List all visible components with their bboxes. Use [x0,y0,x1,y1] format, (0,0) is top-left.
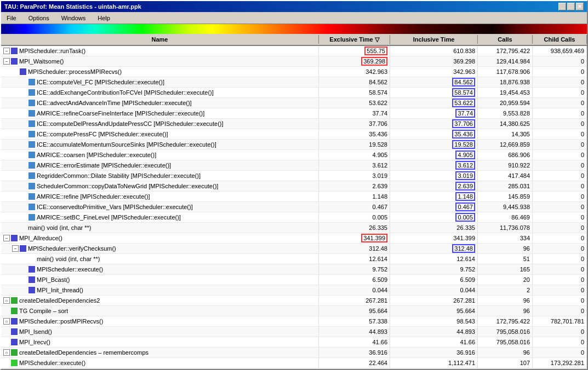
cell-incl-time: 4.905 [390,150,478,160]
function-name: SchedulerCommon::copyDataToNewGrid [MPIS… [37,183,218,189]
cell-child-calls: 0 [533,140,587,149]
cell-name: main() void (int, char **) [1,223,319,233]
cell-calls: 107 [478,358,533,368]
menu-options[interactable]: Options [25,14,53,22]
table-row[interactable]: SchedulerCommon::copyDataToNewGrid [MPIS… [1,181,587,192]
cell-excl-time: 555.75 [319,46,390,56]
table-row[interactable]: ICE::addExchangeContributionToFCVel [MPI… [1,88,587,98]
cell-excl-time: 6.509 [319,275,390,285]
cell-child-calls: 0 [533,88,587,97]
col-header-excl[interactable]: Exclusive Time ▽ [319,35,390,44]
cell-excl-time: 19.528 [319,140,390,149]
cell-excl-time: 57.338 [319,316,390,326]
cell-incl-time: 35.436 [390,129,478,139]
table-row[interactable]: MPI_Bcast()6.5096.509200 [1,275,587,285]
expand-icon[interactable]: − [3,58,10,65]
cell-excl-time: 22.464 [319,358,390,368]
cell-child-calls: 0 [533,306,587,316]
cell-excl-time: 58.574 [319,88,390,97]
table-row[interactable]: ICE::conservedtoPrimitive_Vars [MPISched… [1,202,587,212]
table-row[interactable]: main() void (int, char **)12.61412.61451… [1,254,587,264]
expand-icon[interactable]: − [3,48,10,54]
function-icon [11,297,18,304]
cell-name: AMRICE::refineCoarseFineInterface [MPISc… [1,108,319,118]
cell-calls: 51 [478,254,533,264]
cell-child-calls: 0 [533,181,587,191]
cell-incl-time: 267.281 [390,296,478,305]
function-icon [28,204,35,210]
cell-calls: 686.906 [478,150,533,160]
expand-icon[interactable]: − [12,245,19,252]
function-icon [28,193,35,200]
table-body[interactable]: −MPIScheduler::runTask()555.75610.838172… [1,46,587,369]
statistics-table: Name Exclusive Time ▽ Inclusive Time Cal… [1,34,587,369]
menu-file[interactable]: File [3,14,20,22]
table-row[interactable]: AMRICE::setBC_FineLevel [MPIScheduler::e… [1,212,587,223]
table-row[interactable]: ICE::accumulateMomentumSourceSinks [MPIS… [1,140,587,150]
cell-excl-time: 95.664 [319,306,390,316]
table-row[interactable]: −MPI_Allreduce()341.399341.3993340 [1,233,587,244]
table-row[interactable]: −MPIScheduler::verifyChecksum()312.48312… [1,244,587,254]
cell-name: SchedulerCommon::copyDataToNewGrid [MPIS… [1,181,319,191]
cell-name: ○MPIScheduler::processMPIRecvs() [1,368,319,369]
function-icon [28,266,35,273]
table-row[interactable]: MPI_Isend()44.89344.893795,058.0160 [1,327,587,337]
function-name: AMRICE::refine [MPIScheduler::execute()] [37,193,150,200]
window-title: TAU: ParaProf: Mean Statistics - uintah-… [4,3,141,10]
table-row[interactable]: AMRICE::refineCoarseFineInterface [MPISc… [1,108,587,119]
col-header-child[interactable]: Child Calls [533,35,587,44]
table-row[interactable]: ○createDetailedDependencies – rememberco… [1,348,587,358]
table-row[interactable]: AMRICE::coarsen [MPIScheduler::execute()… [1,150,587,160]
col-header-name[interactable]: Name [1,35,319,44]
table-row[interactable]: MPIScheduler::execute()22.4641,112.47110… [1,358,587,368]
table-row[interactable]: −MPIScheduler::runTask()555.75610.838172… [1,46,587,56]
expand-icon[interactable]: ○ [3,349,10,356]
table-row[interactable]: ICE::computePressFC [MPIScheduler::execu… [1,129,587,140]
menu-windows[interactable]: Windows [58,14,89,22]
function-name: AMRICE::setBC_FineLevel [MPIScheduler::e… [37,214,181,221]
table-row[interactable]: RegridderCommon::Dilate Stability [MPISc… [1,171,587,181]
expand-icon[interactable]: ○ [3,318,10,325]
cell-calls: 285.031 [478,181,533,191]
cell-excl-time: 3.019 [319,171,390,181]
table-row[interactable]: MPIScheduler::processMPIRecvs()342.96334… [1,67,587,77]
table-row[interactable]: AMRICE::refine [MPIScheduler::execute()]… [1,192,587,202]
expand-icon[interactable]: − [3,235,10,241]
cell-calls: 20 [478,275,533,285]
table-row[interactable]: main() void (int, char **)26.33526.33511… [1,223,587,233]
table-row[interactable]: ○MPIScheduler::processMPIRecvs()20.96736… [1,368,587,369]
table-row[interactable]: ○MPIScheduler::postMPIRecvs()57.33898.54… [1,316,587,327]
function-name: createDetailedDependencies2 [19,297,100,304]
table-row[interactable]: −MPI_Waitsome()369.298369.298129,414.984… [1,56,587,67]
table-row[interactable]: MPIScheduler::execute()9.7529.7521650 [1,264,587,275]
expand-icon[interactable]: ○ [3,297,10,304]
table-row[interactable]: AMRICE::errorEstimate [MPIScheduler::exe… [1,160,587,171]
cell-incl-time: 341.399 [390,233,478,243]
table-row[interactable]: ICE::computeDelPressAndUpdatePressCC [MP… [1,119,587,129]
function-name: ICE::computePressFC [MPIScheduler::execu… [37,131,168,137]
table-header: Name Exclusive Time ▽ Inclusive Time Cal… [1,34,587,46]
cell-child-calls: 0 [533,264,587,274]
minimize-button[interactable]: _ [558,3,566,10]
table-row[interactable]: MPI_Init_thread()0.0440.04420 [1,285,587,296]
table-row[interactable]: MPI_Irecv()41.6641.66795,058.0160 [1,337,587,348]
menu-help[interactable]: Help [94,14,113,22]
cell-name: ○createDetailedDependencies2 [1,296,319,305]
table-row[interactable]: ICE::advectAndAdvanceInTime [MPISchedule… [1,98,587,108]
cell-calls: 172,795.422 [478,316,533,326]
col-header-incl[interactable]: Inclusive Time [390,35,478,44]
cell-incl-time: 53.622 [390,98,478,108]
cell-child-calls: 0 [533,223,587,233]
maximize-button[interactable]: □ [567,3,575,10]
cell-excl-time: 26.335 [319,223,390,233]
cell-excl-time: 12.614 [319,254,390,264]
col-header-calls[interactable]: Calls [478,35,533,44]
cell-calls: 145.859 [478,192,533,201]
cell-child-calls: 173,292.281 [533,358,587,368]
table-row[interactable]: ICE::computeVel_FC [MPIScheduler::execut… [1,77,587,88]
close-button[interactable]: ✕ [576,3,584,10]
cell-incl-time: 610.838 [390,46,478,56]
table-row[interactable]: ○createDetailedDependencies2267.281267.2… [1,296,587,306]
cell-calls: 20,959.594 [478,98,533,108]
table-row[interactable]: TG Compile – sort95.66495.664960 [1,306,587,316]
